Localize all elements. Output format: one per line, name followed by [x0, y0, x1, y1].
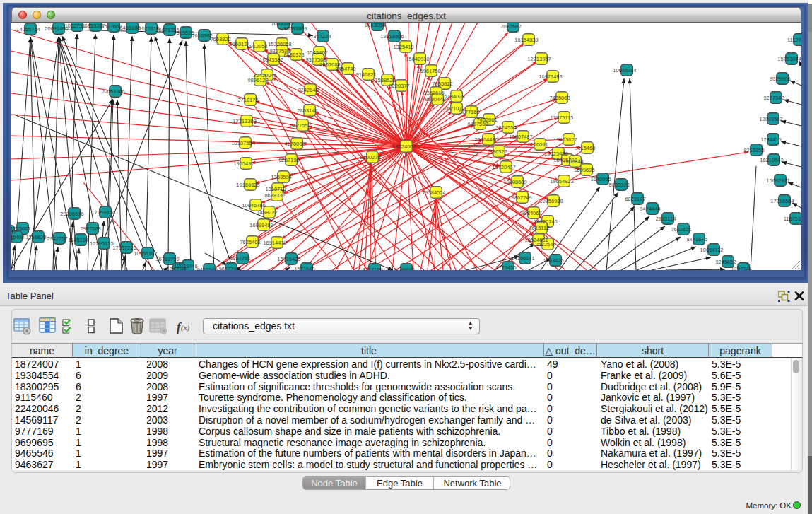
svg-text:16210643: 16210643 [760, 157, 783, 163]
svg-text:16099489: 16099489 [249, 222, 273, 228]
svg-text:6497568: 6497568 [467, 121, 488, 127]
svg-text:16782759: 16782759 [155, 256, 179, 262]
svg-text:9242848: 9242848 [298, 87, 318, 93]
svg-text:10756928: 10756928 [539, 198, 563, 204]
svg-text:12505135: 12505135 [90, 240, 113, 247]
svg-text:9245652: 9245652 [715, 259, 736, 265]
svg-text:10025438: 10025438 [544, 151, 567, 157]
svg-text:1112763: 1112763 [787, 37, 801, 43]
svg-text:2942757: 2942757 [47, 235, 67, 242]
svg-text:2935114: 2935114 [656, 216, 676, 222]
svg-text:7515526: 7515526 [173, 30, 194, 36]
svg-text:16914479: 16914479 [263, 240, 286, 246]
svg-text:8427552: 8427552 [290, 122, 310, 129]
svg-text:19166825: 19166825 [236, 182, 259, 188]
svg-text:1156829: 1156829 [26, 234, 47, 240]
svg-text:1723455: 1723455 [495, 264, 516, 270]
svg-text:9115460: 9115460 [575, 145, 596, 151]
svg-text:6466160: 6466160 [119, 25, 140, 31]
svg-text:8471676: 8471676 [686, 236, 707, 243]
svg-text:9896123: 9896123 [247, 77, 268, 83]
svg-text:19218506: 19218506 [380, 33, 404, 40]
svg-text:8186323: 8186323 [283, 52, 304, 58]
svg-text:8678332: 8678332 [264, 192, 285, 199]
svg-text:6216091: 6216091 [527, 141, 548, 148]
svg-text:10973493: 10973493 [539, 74, 562, 80]
svg-text:9884067: 9884067 [521, 210, 541, 216]
svg-text:7357224: 7357224 [310, 33, 331, 40]
svg-text:7386322: 7386322 [486, 148, 507, 155]
svg-text:10107554: 10107554 [231, 140, 254, 146]
svg-text:15751074: 15751074 [777, 56, 801, 62]
svg-text:2300275: 2300275 [360, 154, 380, 160]
svg-text:10958107: 10958107 [134, 250, 157, 257]
svg-text:1498222: 1498222 [257, 209, 277, 216]
svg-text:2526652: 2526652 [11, 235, 14, 241]
svg-text:19384554: 19384554 [422, 189, 445, 196]
svg-text:16033809: 16033809 [283, 25, 307, 32]
svg-text:9329966: 9329966 [770, 76, 790, 82]
svg-text:1292041: 1292041 [166, 266, 187, 270]
svg-text:20053346: 20053346 [101, 88, 124, 95]
svg-text:9857791: 9857791 [218, 266, 239, 270]
svg-text:9474444: 9474444 [640, 206, 660, 212]
svg-text:1640955: 1640955 [590, 176, 611, 182]
svg-text:1353594: 1353594 [271, 174, 291, 180]
svg-text:17957225: 17957225 [112, 245, 136, 251]
svg-text:15640910: 15640910 [406, 56, 429, 62]
svg-text:2522544: 2522544 [535, 241, 555, 247]
svg-text:2718176: 2718176 [237, 97, 258, 103]
svg-text:7485063: 7485063 [549, 95, 570, 101]
svg-text:2087682: 2087682 [500, 23, 521, 30]
svg-text:1571648: 1571648 [294, 266, 314, 270]
svg-text:1325419: 1325419 [393, 44, 413, 50]
svg-text:1362615: 1362615 [423, 90, 444, 96]
svg-text:15692971: 15692971 [766, 177, 789, 184]
svg-text:8267190: 8267190 [278, 157, 299, 163]
svg-text:3824554: 3824554 [495, 124, 516, 131]
svg-text:1167533: 1167533 [784, 216, 801, 222]
svg-text:15720407: 15720407 [492, 164, 515, 170]
svg-text:7955812: 7955812 [432, 81, 452, 87]
svg-text:7616382: 7616382 [192, 33, 212, 39]
svg-text:1235061: 1235061 [11, 226, 31, 232]
svg-text:2803144: 2803144 [297, 107, 317, 114]
svg-text:9146821: 9146821 [355, 71, 376, 78]
svg-text:12213369: 12213369 [233, 118, 256, 124]
svg-text:6794028: 6794028 [444, 93, 464, 100]
svg-text:14055714: 14055714 [16, 26, 40, 33]
svg-text:9699695: 9699695 [394, 267, 414, 270]
svg-text:6879197: 6879197 [625, 196, 645, 202]
svg-text:9777169: 9777169 [362, 267, 382, 270]
svg-text:1500844: 1500844 [563, 158, 583, 165]
svg-text:18807249: 18807249 [508, 194, 531, 201]
svg-text:12093582: 12093582 [759, 116, 782, 122]
svg-text:1244415: 1244415 [760, 136, 781, 143]
svg-text:12213967: 12213967 [527, 56, 551, 62]
svg-text:2997588: 2997588 [80, 226, 100, 232]
svg-text:4170062: 4170062 [284, 141, 305, 147]
svg-text:10807487: 10807487 [509, 134, 532, 140]
svg-text:12975115: 12975115 [551, 115, 574, 121]
svg-text:8990448: 8990448 [425, 96, 445, 103]
svg-text:16154838: 16154838 [514, 37, 538, 43]
svg-text:1545462: 1545462 [307, 49, 327, 56]
svg-text:16961758: 16961758 [417, 68, 440, 74]
svg-text:8912954: 8912954 [247, 43, 267, 49]
svg-text:20364436: 20364436 [474, 136, 498, 143]
svg-text:8215955: 8215955 [743, 147, 764, 153]
svg-text:20206576: 20206576 [60, 211, 83, 217]
svg-text:7625402: 7625402 [240, 239, 260, 245]
svg-text:9777169: 9777169 [459, 109, 479, 115]
svg-text:10648784: 10648784 [613, 67, 636, 74]
svg-text:7632621: 7632621 [671, 226, 691, 233]
svg-text:17359924: 17359924 [91, 209, 114, 216]
svg-text:8813054: 8813054 [365, 23, 385, 28]
svg-text:15716485: 15716485 [277, 256, 300, 262]
svg-text:5938923: 5938923 [608, 182, 629, 188]
svg-text:10688609: 10688609 [503, 179, 526, 185]
svg-text:1615112: 1615112 [529, 225, 550, 231]
svg-text:9465546: 9465546 [196, 267, 217, 270]
svg-text:10654112: 10654112 [700, 247, 724, 253]
svg-text:19654923: 19654923 [550, 178, 573, 185]
